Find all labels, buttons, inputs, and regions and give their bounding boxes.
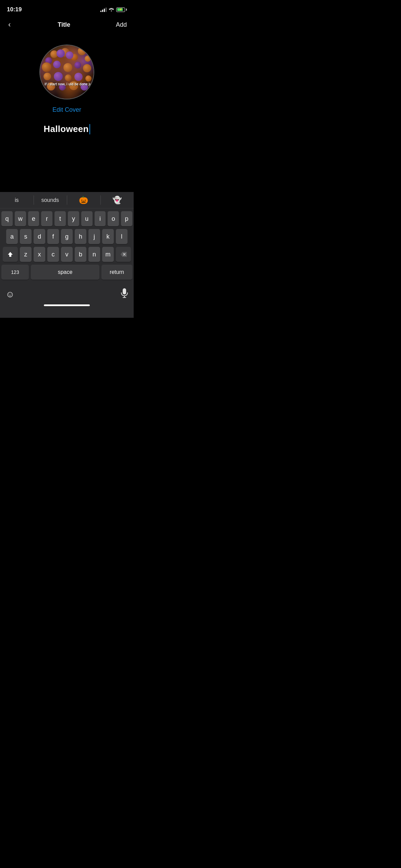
key-a[interactable]: a (6, 229, 18, 244)
keyboard-row-1: q w e r t y u i o p (1, 211, 132, 226)
key-h[interactable]: h (75, 229, 86, 244)
predictive-item-4[interactable]: 👻 (100, 192, 134, 208)
bottom-bar: ☺ (0, 284, 134, 302)
key-v[interactable]: v (61, 247, 73, 262)
predictive-item-1[interactable]: is (0, 192, 34, 208)
key-m[interactable]: m (102, 247, 114, 262)
svg-rect-0 (123, 288, 126, 294)
status-bar: 10:19 ⚡ (0, 0, 134, 17)
title-cursor (89, 124, 90, 134)
key-u[interactable]: u (81, 211, 93, 226)
key-w[interactable]: w (15, 211, 26, 226)
cover-text-overlay: if i start now, i uld be done just time … (45, 82, 89, 87)
keyboard-row-2: a s d f g h j k l (1, 229, 132, 244)
key-q[interactable]: q (1, 211, 13, 226)
battery-icon: ⚡ (116, 8, 127, 12)
cover-balls-decoration (40, 45, 94, 99)
back-button[interactable]: ‹ (7, 19, 12, 31)
key-e[interactable]: e (28, 211, 39, 226)
key-d[interactable]: d (34, 229, 45, 244)
key-f[interactable]: f (47, 229, 59, 244)
keyboard: q w e r t y u i o p a s d f g h j k l (0, 208, 134, 284)
key-s[interactable]: s (20, 229, 32, 244)
key-t[interactable]: t (54, 211, 66, 226)
key-j[interactable]: j (88, 229, 100, 244)
cover-image-inner: if i start now, i uld be done just time … (40, 45, 94, 99)
return-key[interactable]: return (101, 265, 132, 280)
page-title: Title (58, 21, 70, 28)
key-r[interactable]: r (41, 211, 52, 226)
numbers-key[interactable]: 123 (1, 265, 29, 280)
key-b[interactable]: b (75, 247, 86, 262)
key-l[interactable]: l (116, 229, 127, 244)
main-content: if i start now, i uld be done just time … (0, 34, 134, 192)
key-g[interactable]: g (61, 229, 73, 244)
cover-background: if i start now, i uld be done just time … (40, 45, 94, 99)
key-y[interactable]: y (68, 211, 79, 226)
cover-image: if i start now, i uld be done just time … (39, 45, 94, 99)
edit-cover-button[interactable]: Edit Cover (52, 106, 81, 113)
key-k[interactable]: k (102, 229, 114, 244)
key-i[interactable]: i (95, 211, 106, 226)
keyboard-wrapper: is sounds 🎃 👻 q w e r t y u i o p a s d … (0, 192, 134, 318)
signal-icon (100, 7, 107, 12)
wifi-icon (109, 7, 114, 12)
space-key[interactable]: space (31, 265, 99, 280)
keyboard-row-3: z x c v b n m (1, 247, 132, 262)
key-x[interactable]: x (34, 247, 45, 262)
key-p[interactable]: p (121, 211, 132, 226)
status-time: 10:19 (7, 6, 22, 13)
key-c[interactable]: c (47, 247, 59, 262)
title-input-container[interactable]: Halloween (44, 124, 90, 134)
microphone-button[interactable] (121, 288, 128, 300)
key-o[interactable]: o (108, 211, 119, 226)
key-z[interactable]: z (20, 247, 32, 262)
ghost-emoji: 👻 (112, 196, 122, 205)
title-input-value: Halloween (44, 124, 88, 134)
nav-bar: ‹ Title Add (0, 17, 134, 34)
predictive-item-2[interactable]: sounds (34, 192, 67, 208)
add-button[interactable]: Add (116, 21, 127, 28)
delete-key[interactable] (116, 247, 131, 262)
predictive-bar: is sounds 🎃 👻 (0, 192, 134, 208)
predictive-item-3[interactable]: 🎃 (67, 192, 100, 208)
keyboard-row-4: 123 space return (1, 265, 132, 280)
key-n[interactable]: n (88, 247, 100, 262)
emoji-button[interactable]: ☺ (5, 289, 15, 300)
status-icons: ⚡ (100, 7, 127, 12)
home-indicator (44, 304, 90, 306)
shift-key[interactable] (3, 247, 18, 262)
pumpkin-emoji: 🎃 (79, 196, 88, 205)
